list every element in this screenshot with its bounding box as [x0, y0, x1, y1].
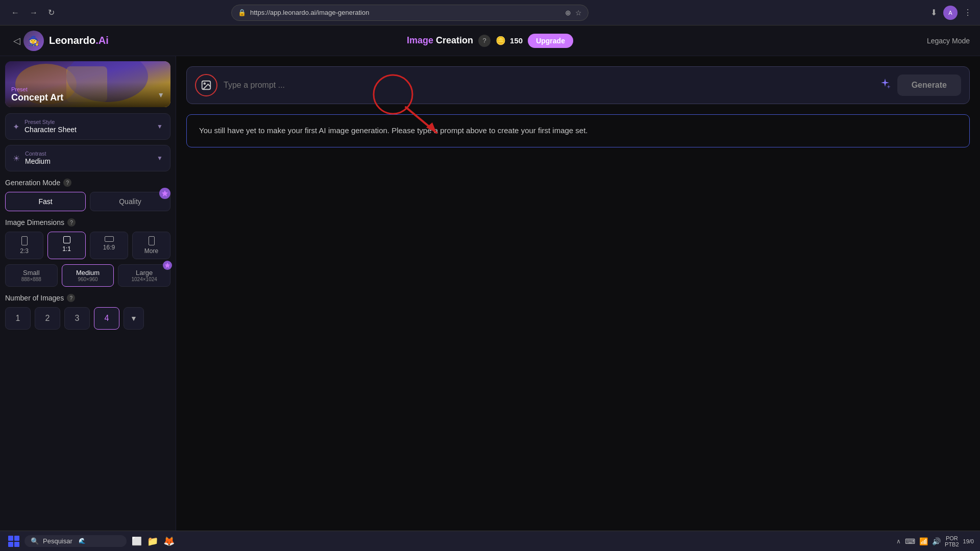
fast-mode-button[interactable]: Fast	[5, 192, 86, 211]
preset-style-content: Preset Style Character Sheet	[24, 119, 152, 134]
small-size-button[interactable]: Small 888×888	[5, 264, 58, 287]
contrast-dropdown[interactable]: ☀ Contrast Medium ▼	[5, 145, 170, 171]
mode-row: Fast Quality	[5, 192, 170, 211]
forward-button[interactable]: →	[27, 6, 41, 19]
logo-ai: Ai	[99, 35, 109, 46]
preset-style-chevron: ▼	[157, 123, 163, 130]
svg-marker-5	[165, 263, 170, 268]
logo-area: 🧙 Leonardo.Ai	[23, 31, 109, 51]
num-dropdown-button[interactable]: ▼	[124, 307, 144, 330]
image-upload-button[interactable]	[195, 74, 217, 96]
taskbar-right: ∧ ⌨ 📶 🔊 POR PTB2 19/0	[896, 535, 974, 547]
browser-avatar[interactable]: A	[943, 6, 958, 20]
num-images-help[interactable]: ?	[67, 294, 75, 302]
keyboard-icon: ⌨	[905, 537, 915, 545]
back-button[interactable]: ←	[8, 6, 22, 19]
firefox-icon[interactable]: 🦊	[163, 536, 175, 547]
num-1-button[interactable]: 1	[5, 307, 31, 330]
quality-mode-button[interactable]: Quality	[90, 192, 170, 211]
mode-pro-badge	[159, 188, 170, 199]
medium-size-button[interactable]: Medium 960×960	[62, 264, 114, 287]
generation-mode-label: Generation Mode	[5, 179, 60, 187]
task-view-icon[interactable]: ⬜	[132, 536, 142, 546]
file-explorer-icon[interactable]: 📁	[147, 536, 158, 547]
contrast-label: Contrast	[25, 151, 152, 157]
header-center: Image Creation ? 🪙 150 Upgrade	[407, 34, 573, 48]
preset-card[interactable]: Preset Concept Art ▼	[5, 61, 170, 107]
main-layout: Preset Concept Art ▼ ✦ Preset Style Char…	[0, 56, 980, 531]
dim-2-3-button[interactable]: 2:3	[5, 232, 43, 259]
preset-overlay: Preset Concept Art ▼	[5, 82, 170, 107]
taskbar: 🔍 Pesquisar 🌊 ⬜ 📁 🦊 ∧ ⌨ 📶 🔊 POR PTB2 19/…	[0, 531, 980, 551]
medium-label: Medium	[76, 269, 100, 277]
num-images-row: 1 2 3 4 ▼	[5, 307, 170, 330]
security-icon: 🔒	[238, 9, 246, 16]
header-title: Image Creation	[407, 35, 473, 46]
time: 19/0	[963, 538, 974, 544]
num-3-button[interactable]: 3	[64, 307, 90, 330]
large-sub: 1024×1024	[120, 277, 168, 282]
enhance-button[interactable]	[879, 78, 891, 93]
dim-16-9-label: 16:9	[103, 244, 115, 251]
search-assistant-icon: 🌊	[79, 538, 86, 544]
dim-more-button[interactable]: More	[132, 232, 170, 259]
preset-style-value: Character Sheet	[24, 126, 77, 134]
download-button[interactable]: ⬇	[930, 8, 937, 17]
sidebar-toggle[interactable]: ◁	[10, 33, 23, 48]
start-button[interactable]	[6, 534, 21, 549]
dim-16-9-button[interactable]: 16:9	[90, 232, 128, 259]
dim-1-1-button[interactable]: 1:1	[47, 232, 86, 259]
taskbar-search[interactable]: 🔍 Pesquisar 🌊	[24, 535, 127, 547]
creation-help-button[interactable]: ?	[478, 35, 491, 47]
prompt-bar: Generate	[186, 66, 970, 104]
generation-mode-section: Generation Mode ?	[5, 179, 170, 187]
search-label: Pesquisar	[43, 537, 72, 545]
num-2-button[interactable]: 2	[35, 307, 60, 330]
sidebar: Preset Concept Art ▼ ✦ Preset Style Char…	[0, 56, 176, 531]
image-dimensions-label: Image Dimensions	[5, 218, 64, 227]
small-label: Small	[23, 269, 40, 277]
upgrade-button[interactable]: Upgrade	[528, 34, 573, 48]
title-image: Image	[407, 35, 433, 45]
bookmark-icon: ☆	[575, 9, 582, 17]
generate-button[interactable]: Generate	[897, 74, 961, 96]
legacy-mode-button[interactable]: Legacy Mode	[927, 37, 970, 45]
dim-more-icon	[149, 236, 155, 245]
info-message: You still have yet to make your first AI…	[186, 114, 970, 147]
browser-bar: ← → ↻ 🔒 https://app.leonardo.ai/image-ge…	[0, 0, 980, 26]
large-size-button[interactable]: Large 1024×1024	[118, 264, 170, 287]
large-label: Large	[136, 269, 153, 277]
logo-name: Leonardo	[49, 35, 95, 46]
preset-name: Concept Art	[11, 92, 63, 103]
medium-sub: 960×960	[64, 277, 112, 282]
contrast-icon: ☀	[13, 154, 20, 163]
credits-area: 🪙 150	[496, 36, 523, 45]
num-4-button[interactable]: 4	[94, 307, 119, 330]
size-row: Small 888×888 Medium 960×960 Large 1024×…	[5, 264, 170, 287]
image-dimensions-help[interactable]: ?	[67, 218, 76, 227]
translate-icon: ⊕	[565, 9, 571, 17]
address-bar[interactable]: 🔒 https://app.leonardo.ai/image-generati…	[231, 5, 589, 21]
dim-2-3-label: 2:3	[20, 247, 29, 255]
credits-count: 150	[510, 36, 523, 45]
dimension-grid: 2:3 1:1 16:9 More	[5, 232, 170, 259]
app-header: ◁ 🧙 Leonardo.Ai Image Creation ? 🪙 150 U…	[0, 26, 980, 56]
prompt-input[interactable]	[224, 81, 873, 90]
extensions-button[interactable]: ⋮	[964, 8, 972, 17]
preset-style-dropdown[interactable]: ✦ Preset Style Character Sheet ▼	[5, 113, 170, 140]
contrast-content: Contrast Medium	[25, 151, 152, 166]
refresh-button[interactable]: ↻	[45, 6, 58, 19]
title-creation: Creation	[433, 35, 473, 45]
contrast-value: Medium	[25, 157, 51, 165]
svg-point-7	[204, 83, 205, 84]
info-text: You still have yet to make your first AI…	[199, 126, 588, 135]
contrast-chevron: ▼	[157, 155, 163, 162]
dim-16-9-icon	[105, 236, 114, 242]
dim-1-1-icon	[63, 236, 70, 243]
logo-text: Leonardo.Ai	[49, 35, 109, 46]
logo-icon: 🧙	[23, 31, 44, 51]
generation-mode-help[interactable]: ?	[63, 179, 71, 187]
network-icon: 📶	[919, 537, 928, 545]
image-dimensions-section: Image Dimensions ?	[5, 218, 170, 227]
preset-style-icon: ✦	[13, 122, 19, 132]
